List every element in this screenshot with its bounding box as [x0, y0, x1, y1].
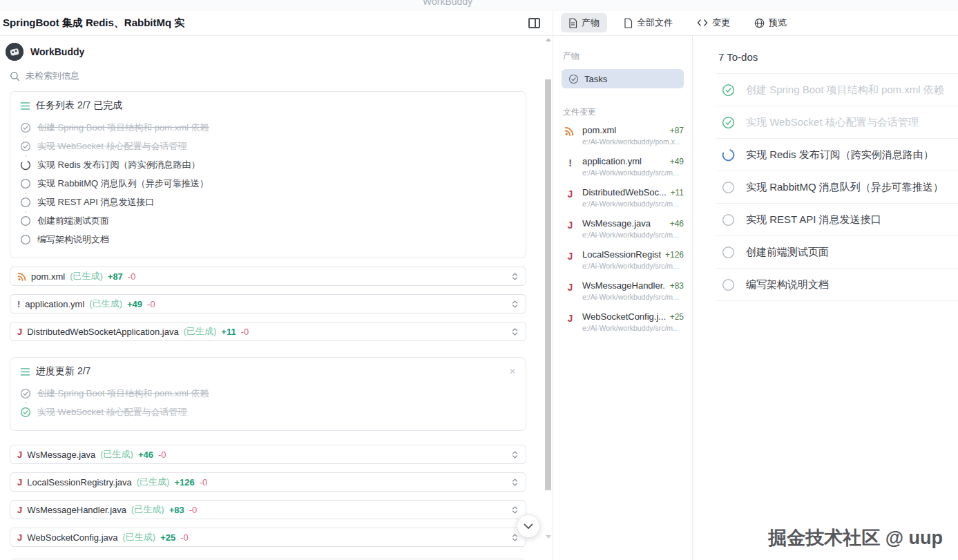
change-item[interactable]: J WebSocketConfig.j...+25 e:/Ai-Work/wor…: [564, 311, 684, 332]
tab-changes[interactable]: 变更: [689, 13, 738, 32]
check-circle-icon[interactable]: [722, 84, 735, 97]
change-file-path: e:/Ai-Work/workbuddy/src/m...: [582, 168, 684, 177]
scrollbar-down-arrow[interactable]: [546, 535, 551, 539]
change-file-name: WebSocketConfig.j...: [582, 311, 666, 322]
task-label: 实现 Redis 发布订阅（跨实例消息路由）: [37, 159, 200, 171]
todo-row[interactable]: 实现 REST API 消息发送接口: [716, 204, 958, 236]
lines-added: +87: [108, 271, 123, 282]
chevrons-up-down-icon[interactable]: [511, 478, 519, 487]
java-file-icon: J: [17, 450, 22, 460]
generated-badge: (已生成): [123, 531, 156, 543]
todo-row[interactable]: 实现 WebSocket 核心配置与会话管理: [716, 106, 958, 139]
lines-added: +25: [160, 532, 175, 543]
circle-icon[interactable]: [722, 246, 735, 259]
spinner-icon[interactable]: [722, 148, 735, 162]
java-file-icon: J: [17, 327, 22, 337]
java-file-icon: J: [17, 505, 22, 515]
check-circle-icon: [20, 122, 31, 133]
tab-bar: 产物 全部文件 变更 预览: [553, 10, 958, 36]
file-name: WsMessageHandler.java: [27, 505, 126, 515]
file-row[interactable]: ! application.yml (已生成) +49 -0: [10, 294, 526, 313]
task-label: 实现 WebSocket 核心配置与会话管理: [37, 406, 186, 418]
task-list-card: 任务列表 2/7 已完成 创建 Spring Boot 项目结构和 pom.xm…: [10, 91, 526, 258]
lines-added: +46: [138, 450, 153, 460]
file-row[interactable]: J WsMessageHandler.java (已生成) +83 -0: [10, 500, 526, 519]
circle-icon: [20, 234, 31, 245]
task-item: 实现 WebSocket 核心配置与会话管理: [20, 405, 516, 420]
artifact-item-label: Tasks: [584, 74, 607, 84]
task-item: 实现 WebSocket 核心配置与会话管理: [20, 139, 516, 154]
todo-label: 实现 Redis 发布订阅（跨实例消息路由）: [746, 148, 934, 162]
chat-scroll-area[interactable]: WorkBuddy 未检索到信息 任务列表 2/7 已完成: [0, 37, 542, 560]
code-icon: [697, 19, 708, 27]
file-row[interactable]: pom.xml (已生成) +87 -0: [10, 267, 526, 286]
todo-row[interactable]: 创建 Spring Boot 项目结构和 pom.xml 依赖: [716, 74, 958, 106]
tab-artifacts[interactable]: 产物: [561, 13, 607, 32]
change-lines-added: +46: [670, 219, 684, 229]
chevrons-up-down-icon[interactable]: [511, 505, 519, 514]
artifact-item-tasks[interactable]: Tasks: [562, 69, 684, 88]
chat-header: SpringBoot 集成 Redis、RabbitMq 实: [0, 10, 553, 36]
todo-row[interactable]: 创建前端测试页面: [716, 236, 958, 269]
generated-badge: (已生成): [100, 448, 133, 461]
change-item[interactable]: J LocalSessionRegist...+126 e:/Ai-Work/w…: [564, 249, 684, 270]
todo-row[interactable]: 编写架构说明文档: [716, 269, 958, 301]
circle-icon[interactable]: [722, 278, 735, 291]
change-lines-added: +87: [670, 126, 684, 135]
scrollbar-up-arrow[interactable]: [546, 38, 551, 41]
generated-badge: (已生成): [89, 298, 122, 310]
change-lines-added: +83: [670, 281, 684, 291]
file-row[interactable]: J WsMessage.java (已生成) +46 -0: [10, 445, 526, 464]
task-item: 编写架构说明文档: [20, 232, 516, 247]
task-item: 实现 REST API 消息发送接口: [20, 195, 516, 210]
panel-toggle-icon[interactable]: [528, 18, 540, 28]
file-name: pom.xml: [31, 271, 65, 282]
lines-removed: -0: [128, 271, 136, 282]
rss-xml-icon: [564, 125, 576, 146]
change-file-name: DistributedWebSoc...: [582, 187, 667, 197]
file-changes-label: 文件变更: [563, 106, 684, 118]
todo-row[interactable]: 实现 RabbitMQ 消息队列（异步可靠推送）: [716, 171, 958, 204]
scroll-to-bottom-button[interactable]: [517, 514, 540, 538]
circle-icon[interactable]: [722, 181, 735, 194]
tab-label: 产物: [582, 17, 600, 29]
change-item[interactable]: pom.xml+87 e:/Ai-Work/workbuddy/pom.x...: [564, 125, 684, 146]
circle-icon[interactable]: [722, 213, 735, 226]
progress-card: 进度更新 2/7 ✕ 创建 Spring Boot 项目结构和 pom.xml …: [10, 357, 526, 431]
file-row[interactable]: J LocalSessionRegistry.java (已生成) +126 -…: [10, 472, 526, 492]
chevrons-up-down-icon[interactable]: [511, 300, 519, 309]
file-icon: [624, 18, 633, 28]
close-icon[interactable]: ✕: [509, 367, 516, 376]
check-circle-icon: [20, 141, 31, 152]
search-icon: [10, 71, 20, 81]
chat-scrollbar[interactable]: [543, 10, 553, 560]
chevrons-up-down-icon[interactable]: [511, 272, 519, 281]
change-item[interactable]: J DistributedWebSoc...+11 e:/Ai-Work/wor…: [564, 187, 684, 208]
todo-label: 创建前端测试页面: [746, 246, 829, 259]
task-label: 实现 RabbitMQ 消息队列（异步可靠推送）: [37, 177, 209, 190]
change-item[interactable]: J WsMessage.java+46 e:/Ai-Work/workbuddy…: [564, 218, 684, 239]
todo-row[interactable]: 实现 Redis 发布订阅（跨实例消息路由）: [716, 139, 958, 171]
circle-icon: [20, 197, 31, 208]
change-item[interactable]: J WsMessageHandler...+83 e:/Ai-Work/work…: [564, 280, 684, 301]
list-icon: [20, 367, 30, 376]
file-row[interactable]: J WebSocketConfig.java (已生成) +25 -0: [10, 528, 526, 547]
chevrons-up-down-icon[interactable]: [511, 327, 519, 336]
todos-heading: 7 To-dos: [693, 36, 958, 73]
task-list-title: 任务列表 2/7 已完成: [36, 99, 122, 112]
check-circle-icon[interactable]: [722, 116, 735, 129]
lines-added: +49: [127, 299, 142, 309]
task-label: 创建 Spring Boot 项目结构和 pom.xml 依赖: [37, 387, 209, 400]
window-title-strip: WorkBuddy: [0, 0, 958, 10]
scrollbar-thumb[interactable]: [545, 79, 551, 490]
tab-all-files[interactable]: 全部文件: [616, 13, 680, 32]
java-file-icon: J: [564, 218, 576, 239]
tab-preview[interactable]: 预览: [747, 13, 794, 32]
file-row[interactable]: J DistributedWebSocketApplication.java (…: [10, 322, 526, 341]
chevrons-up-down-icon[interactable]: [511, 450, 519, 459]
todo-label: 实现 REST API 消息发送接口: [746, 213, 881, 226]
tab-label: 全部文件: [637, 17, 673, 29]
java-file-icon: J: [564, 187, 576, 208]
change-item[interactable]: ! application.yml+49 e:/Ai-Work/workbudd…: [564, 156, 684, 177]
chevrons-up-down-icon[interactable]: [511, 533, 519, 542]
